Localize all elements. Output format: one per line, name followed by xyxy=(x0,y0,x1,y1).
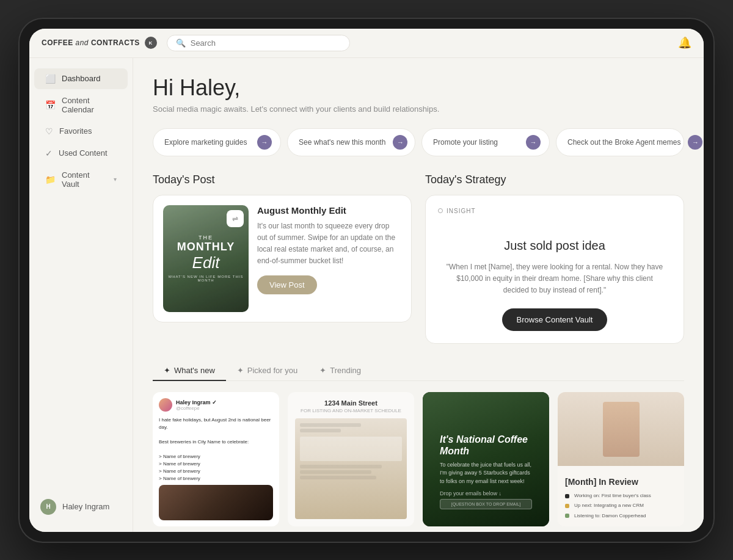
notification-icon[interactable]: 🔔 xyxy=(678,36,691,49)
main-layout: ⬜ Dashboard 📅 Content Calendar ♡ Favorit… xyxy=(29,58,704,532)
quick-action-arrow-icon: → xyxy=(688,135,702,150)
post-image: ⇌ the MONTHLY Edit WHAT'S NEW IN LIFE MO… xyxy=(163,205,249,312)
avatar: H xyxy=(40,499,56,515)
vault-icon: 📁 xyxy=(45,175,56,184)
quick-action-arrow-icon: → xyxy=(257,135,272,150)
insight-dot-icon xyxy=(438,208,443,213)
post-image-the: the xyxy=(163,235,249,241)
search-bar[interactable]: 🔍 xyxy=(167,35,350,51)
post-image-edit: Edit xyxy=(163,253,249,272)
review-item-1: Working on: First time buyer's class xyxy=(574,492,651,500)
listing-card-subtitle: FOR LISTING AND ON-MARKET SCHEDULE xyxy=(301,408,401,413)
tab-label: What's new xyxy=(174,366,215,375)
dashboard-icon: ⬜ xyxy=(45,74,56,84)
content-card-listing-guide[interactable]: 1234 Main Street FOR LISTING AND ON-MARK… xyxy=(288,392,414,526)
content-grid: Haley Ingram ✓ @coffeepe I hate fake hol… xyxy=(153,392,684,526)
sidebar-item-content-calendar[interactable]: 📅 Content Calendar xyxy=(34,90,128,120)
greeting-heading: Hi Haley, xyxy=(153,75,684,101)
quick-action-whats-new[interactable]: See what's new this month → xyxy=(287,128,415,156)
sidebar-item-label: Favorites xyxy=(59,126,92,136)
post-title: August Monthly Edit xyxy=(257,205,401,216)
tab-trending[interactable]: ✦ Trending xyxy=(308,361,372,381)
review-item-2: Up next: Integrating a new CRM xyxy=(574,501,644,510)
post-image-sub: WHAT'S NEW IN LIFE MORE THIS MONTH xyxy=(163,275,249,282)
sidebar-item-content-vault[interactable]: 📁 Content Vault ▾ xyxy=(34,165,128,194)
sidebar-item-label: Content Calendar xyxy=(62,96,117,114)
review-dot-1 xyxy=(565,494,569,498)
coffee-card-title: It's National Coffee Month xyxy=(440,434,532,457)
sidebar-item-label: Dashboard xyxy=(62,74,101,83)
tab-picked-for-you[interactable]: ✦ Picked for you xyxy=(226,361,308,381)
app-logo: COFFEE and CONTRACTS K xyxy=(42,37,157,49)
strategy-card: INSIGHT Just sold post idea "When I met … xyxy=(425,195,684,344)
todays-strategy-title: Today's Strategy xyxy=(425,173,684,186)
tab-whats-new[interactable]: ✦ What's new xyxy=(153,361,226,381)
review-card-person-area xyxy=(558,392,684,466)
used-content-icon: ✓ xyxy=(45,148,53,158)
post-description: It's our last month to squeeze every dro… xyxy=(257,220,401,267)
todays-post-title: Today's Post xyxy=(153,173,412,186)
logo-badge: K xyxy=(145,37,157,49)
sidebar-username: Haley Ingram xyxy=(62,502,109,511)
coffee-cta-box: [QUESTION BOX TO DROP EMAIL] xyxy=(440,499,532,509)
trending-tab-icon: ✦ xyxy=(319,366,326,375)
favorites-icon: ♡ xyxy=(45,126,53,136)
whats-new-tab-icon: ✦ xyxy=(164,366,170,375)
listing-card-title: 1234 Main Street xyxy=(324,399,377,407)
social-avatar xyxy=(159,398,172,412)
sidebar-item-label: Content Vault xyxy=(62,170,108,189)
content-card-coffee-month[interactable]: It's National Coffee Month To celebrate … xyxy=(423,392,549,526)
sidebar-item-label: Used Content xyxy=(59,148,108,158)
quick-action-label: Check out the Broke Agent memes xyxy=(567,138,680,147)
browse-content-vault-button[interactable]: Browse Content Vault xyxy=(502,308,608,331)
quick-action-label: Explore marketing guides xyxy=(164,138,247,147)
tab-label: Picked for you xyxy=(247,366,297,375)
sidebar: ⬜ Dashboard 📅 Content Calendar ♡ Favorit… xyxy=(29,58,133,532)
search-input[interactable] xyxy=(191,38,341,48)
sidebar-footer: H Haley Ingram xyxy=(29,492,133,522)
review-person-silhouette xyxy=(603,402,640,457)
content-card-month-review[interactable]: [Month] In Review Working on: First time… xyxy=(558,392,684,526)
tab-label: Trending xyxy=(330,366,361,375)
view-post-button[interactable]: View Post xyxy=(257,275,317,294)
tablet-frame: COFFEE and CONTRACTS K 🔍 🔔 ⬜ Dashboard 📅 xyxy=(18,18,715,543)
top-bar: COFFEE and CONTRACTS K 🔍 🔔 xyxy=(29,29,704,58)
quick-actions-row: Explore marketing guides → See what's ne… xyxy=(153,128,684,156)
quick-action-promote-listing[interactable]: Promote your listing → xyxy=(421,128,550,156)
post-info: August Monthly Edit It's our last month … xyxy=(257,205,401,295)
social-username: Haley Ingram ✓ xyxy=(176,399,217,405)
review-card-title: [Month] In Review xyxy=(565,477,677,487)
todays-post-section: Today's Post ⇌ the MONTHLY Edit WHAT'S N… xyxy=(153,173,412,344)
quick-action-label: See what's new this month xyxy=(299,138,385,147)
subtitle-text: Social media magic awaits. Let's connect… xyxy=(153,104,684,114)
share-icon[interactable]: ⇌ xyxy=(227,210,244,227)
todays-strategy-section: Today's Strategy INSIGHT Just sold post … xyxy=(425,173,684,344)
review-card-content: [Month] In Review Working on: First time… xyxy=(558,471,684,526)
tablet-screen: COFFEE and CONTRACTS K 🔍 🔔 ⬜ Dashboard 📅 xyxy=(29,29,704,532)
quick-action-label: Promote your listing xyxy=(433,138,498,147)
review-item-3: Listening to: Damon Copperhead xyxy=(574,512,646,520)
quick-action-broke-agent[interactable]: Check out the Broke Agent memes → xyxy=(556,128,684,156)
sidebar-item-used-content[interactable]: ✓ Used Content xyxy=(34,143,128,164)
sidebar-item-dashboard[interactable]: ⬜ Dashboard xyxy=(34,68,128,89)
listing-card-image xyxy=(295,418,407,519)
post-image-monthly: MONTHLY xyxy=(163,241,249,253)
social-card-photo xyxy=(159,485,273,520)
social-handle: @coffeepe xyxy=(176,405,217,411)
review-dot-2 xyxy=(565,504,569,508)
insight-badge: INSIGHT xyxy=(438,208,671,214)
two-column-section: Today's Post ⇌ the MONTHLY Edit WHAT'S N… xyxy=(153,173,684,344)
quick-action-arrow-icon: → xyxy=(393,135,407,150)
social-card-header: Haley Ingram ✓ @coffeepe xyxy=(159,398,273,412)
calendar-icon: 📅 xyxy=(45,100,56,110)
logo-text: COFFEE and CONTRACTS xyxy=(42,38,140,47)
sidebar-item-favorites[interactable]: ♡ Favorites xyxy=(34,121,128,142)
social-card-text: I hate fake holidays, but August 2nd is … xyxy=(159,416,273,482)
search-icon: 🔍 xyxy=(176,38,186,48)
coffee-card-cta: Drop your emails below ↓ xyxy=(440,490,532,496)
insight-label: INSIGHT xyxy=(447,208,476,214)
review-dot-3 xyxy=(565,514,569,518)
quick-action-explore-guides[interactable]: Explore marketing guides → xyxy=(153,128,281,156)
post-image-text: the MONTHLY Edit WHAT'S NEW IN LIFE MORE… xyxy=(163,235,249,282)
content-card-social-post[interactable]: Haley Ingram ✓ @coffeepe I hate fake hol… xyxy=(153,392,279,526)
